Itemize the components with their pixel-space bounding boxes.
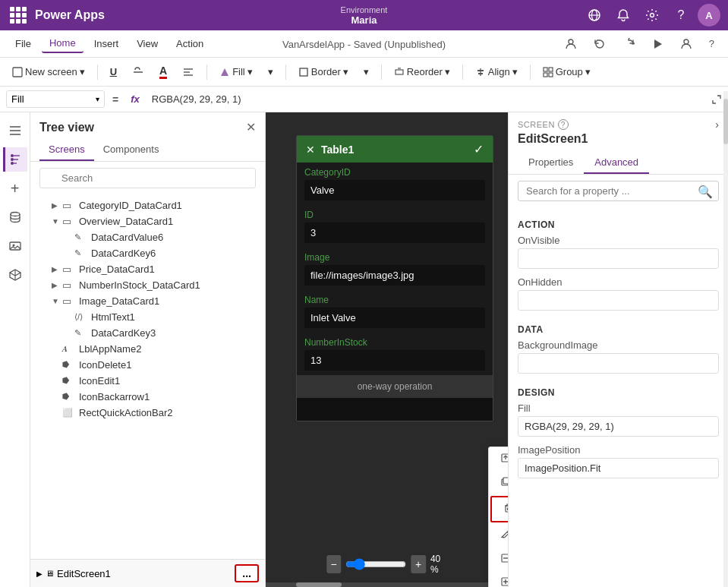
right-panel-expand-icon[interactable]: ›: [715, 118, 719, 131]
tree-item-overview[interactable]: ▼ ▭ Overview_DataCard1: [43, 213, 265, 229]
prop-onhidden-input[interactable]: [518, 290, 719, 311]
tree-item-htmltext1[interactable]: ⟨/⟩ HtmlText1: [55, 309, 265, 325]
toolbar-chevron-down[interactable]: ▾: [262, 63, 279, 80]
prop-imageposition-input[interactable]: [518, 458, 719, 478]
field-value-3[interactable]: [304, 308, 485, 328]
svg-rect-34: [502, 454, 508, 462]
environment-icon-btn[interactable]: [582, 3, 607, 27]
form-close-icon[interactable]: ✕: [306, 144, 315, 156]
sidebar-menu-icon[interactable]: [3, 118, 27, 143]
ctx-expand[interactable]: Expand all: [489, 571, 508, 587]
sidebar-components-icon[interactable]: [3, 263, 27, 287]
field-value-1[interactable]: [304, 222, 485, 243]
canvas-hscroll[interactable]: [266, 582, 508, 587]
zoom-slider[interactable]: [345, 558, 406, 570]
help-icon-btn[interactable]: ?: [669, 3, 693, 27]
sidebar-add-icon[interactable]: +: [3, 176, 27, 200]
toolbar-chevron2[interactable]: ▾: [358, 63, 375, 80]
ctx-rename[interactable]: Rename: [489, 524, 508, 548]
toolbar-sep-3: [285, 65, 286, 80]
icon-icon-3: ⭓: [62, 392, 76, 402]
right-tab-properties[interactable]: Properties: [518, 152, 584, 174]
form-check-icon[interactable]: ✓: [474, 142, 484, 156]
tree-item-numberinstock[interactable]: ▶ ▭ NumberInStock_DataCard1: [43, 277, 265, 293]
tree-item-dck3[interactable]: ✎ DataCardKey3: [55, 325, 265, 341]
settings-icon-btn[interactable]: [640, 3, 664, 27]
ctx-duplicate[interactable]: Duplicate screen: [489, 471, 508, 494]
formula-fx-btn[interactable]: fx: [126, 91, 144, 107]
waffle-icon[interactable]: [8, 5, 29, 26]
field-value-4[interactable]: [304, 350, 485, 371]
field-name: Name: [297, 290, 493, 333]
right-tab-advanced[interactable]: Advanced: [584, 152, 649, 174]
tree-item-dcv6[interactable]: ✎ DataCardValue6: [55, 229, 265, 245]
tree-item-iconedit[interactable]: ⭓ IconEdit1: [43, 373, 265, 389]
menu-action[interactable]: Action: [169, 35, 211, 52]
sidebar-treeview-icon[interactable]: [3, 147, 27, 172]
play-btn[interactable]: [645, 35, 670, 53]
tree-item-categoryid[interactable]: ▶ ▭ CategoryID_DataCard1: [43, 197, 265, 213]
sidebar-icons: +: [0, 112, 30, 587]
spacer-icon-2: [64, 249, 74, 257]
canvas-inner: ✕ Table1 ✓ CategoryID ID Image: [266, 112, 508, 444]
undo-btn[interactable]: [588, 35, 612, 53]
app-status: VanArsdelApp - Saved (Unpublished): [282, 37, 446, 51]
formula-dropdown[interactable]: Fill ▾: [6, 90, 105, 108]
toolbar-reorder-btn[interactable]: Reorder ▾: [388, 63, 456, 80]
tree-item-image[interactable]: ▼ ▭ Image_DataCard1: [43, 293, 265, 309]
right-search-input[interactable]: [518, 181, 719, 201]
ctx-move-up[interactable]: Move up: [489, 447, 508, 471]
tree-search-input[interactable]: [39, 168, 256, 188]
avatar[interactable]: A: [698, 4, 720, 27]
prop-fill-input[interactable]: [518, 416, 719, 437]
zoom-out-btn[interactable]: −: [326, 555, 342, 573]
tree-item-rectbar[interactable]: ⬜ RectQuickActionBar2: [43, 405, 265, 421]
toolbar-align[interactable]: [176, 65, 200, 80]
toolbar-fill-btn[interactable]: Fill ▾: [213, 63, 259, 80]
prop-imageposition-label: ImagePosition: [518, 444, 719, 456]
menu-insert[interactable]: Insert: [87, 35, 127, 52]
formula-expand-icon[interactable]: [711, 94, 722, 105]
menu-view[interactable]: View: [129, 35, 165, 52]
menu-bar: File Home Insert View Action VanArsdelAp…: [0, 30, 728, 58]
prop-onvisible-input[interactable]: [518, 248, 719, 269]
field-value-0[interactable]: [304, 180, 485, 200]
new-screen-btn[interactable]: New screen ▾: [6, 63, 91, 80]
field-value-2[interactable]: [304, 265, 485, 286]
toolbar-underline[interactable]: U: [104, 63, 123, 80]
app-name: Power Apps: [35, 8, 105, 22]
zoom-in-btn[interactable]: +: [411, 555, 426, 573]
toolbar-strikethrough[interactable]: [126, 64, 150, 80]
tree-tab-screens[interactable]: Screens: [39, 139, 94, 161]
tree-item-iconback[interactable]: ⭓ IconBackarrow1: [43, 389, 265, 405]
svg-rect-7: [13, 68, 22, 77]
redo-btn[interactable]: [616, 35, 641, 53]
tree-close-btn[interactable]: ✕: [246, 120, 256, 134]
expand-icon: [500, 576, 508, 587]
tree-item-price[interactable]: ▶ ▭ Price_DataCard1: [43, 261, 265, 277]
toolbar-align-btn[interactable]: Align ▾: [469, 63, 524, 80]
bottom-screen-item[interactable]: ▶ 🖥 EditScreen1: [36, 568, 111, 579]
toolbar-border-btn[interactable]: Border ▾: [292, 63, 355, 80]
ctx-delete[interactable]: Delete: [490, 496, 508, 522]
prop-bgimage-input[interactable]: [518, 353, 719, 374]
tree-item-icondelete[interactable]: ⭓ IconDelete1: [43, 357, 265, 373]
tree-item-lblappname[interactable]: 𝑨 LblAppName2: [43, 341, 265, 357]
sidebar-media-icon[interactable]: [3, 234, 27, 258]
ctx-collapse[interactable]: Collapse all: [489, 548, 508, 571]
menu-home[interactable]: Home: [42, 34, 84, 53]
toolbar-group-btn[interactable]: Group ▾: [537, 63, 597, 80]
help2-btn[interactable]: ?: [703, 35, 720, 52]
toolbar-font-color[interactable]: A: [153, 62, 173, 82]
top-bar: Power Apps Environment Maria ? A: [0, 0, 728, 30]
tree-tab-components[interactable]: Components: [94, 139, 169, 161]
share-btn[interactable]: [674, 35, 698, 53]
menu-file[interactable]: File: [8, 35, 39, 52]
tree-item-dck6[interactable]: ✎ DataCardKey6: [55, 245, 265, 261]
notification-icon-btn[interactable]: [611, 3, 635, 27]
formula-input[interactable]: [147, 91, 708, 107]
sidebar-data-icon[interactable]: [3, 205, 27, 229]
person-icon-btn[interactable]: [559, 35, 583, 53]
card-icon-5: ▭: [62, 295, 76, 307]
more-btn[interactable]: ...: [235, 564, 259, 582]
